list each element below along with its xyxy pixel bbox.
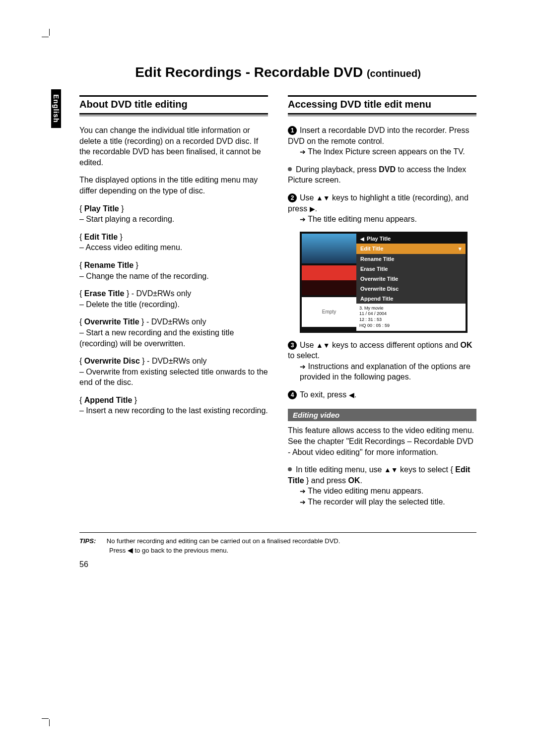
language-tab: English — [51, 89, 61, 128]
text: to go back to the previous menu. — [133, 547, 228, 554]
bullet-icon — [288, 467, 292, 471]
option-rename-title: { Rename Title } – Change the name of th… — [79, 260, 268, 281]
arrow-right-icon: ➔ — [300, 363, 306, 371]
menu-label: Edit Title — [360, 246, 383, 252]
arrow-right-icon: ➔ — [300, 215, 306, 223]
opt-desc: – Change the name of the recording. — [79, 272, 209, 280]
page-title: Edit Recordings - Recordable DVD (contin… — [79, 64, 476, 80]
text: to select. — [288, 351, 320, 360]
page-number: 56 — [79, 560, 476, 569]
chevron-down-icon: ▾ — [459, 246, 462, 252]
thumb-1 — [302, 234, 356, 263]
result: The video editing menu appears. — [308, 487, 423, 495]
opt-desc: – Start playing a recording. — [79, 215, 174, 223]
opt-label: Append Title — [84, 396, 133, 404]
opt-label: Play Title — [84, 204, 119, 213]
triangle-up-down-icon: ▲▼ — [384, 466, 398, 474]
step-1: 1Insert a recordable DVD into the record… — [288, 125, 476, 157]
opt-desc: – Start a new recording and the existing… — [79, 328, 234, 348]
bullet-icon — [288, 167, 292, 171]
opt-label: Overwrite Title — [84, 317, 139, 326]
tip-line-1: No further recording and editing can be … — [107, 537, 340, 545]
triangle-left-icon: ◀ — [349, 391, 354, 399]
step-3: 3Use ▲▼ keys to access different options… — [288, 340, 476, 382]
arrow-right-icon: ➔ — [300, 487, 306, 495]
tips-footer: TIPS: No further recording and editing c… — [79, 532, 476, 556]
subheading-editing-video: Editing video — [288, 409, 476, 421]
option-overwrite-title: { Overwrite Title } - DVD±RWs only – Sta… — [79, 316, 268, 349]
title-edit-menu-figure: Empty ◀ Play Title Edit Title▾ Rename Ti… — [300, 232, 468, 333]
triangle-left-icon: ◀ — [360, 236, 364, 242]
menu-row-overwrite-disc: Overwrite Disc — [356, 284, 466, 294]
meta-line: 3. My movie — [359, 306, 384, 311]
tips-label: TIPS: — [79, 537, 96, 545]
result: The recorder will play the selected titl… — [308, 498, 445, 506]
step-4: 4To exit, press ◀. — [288, 389, 476, 400]
step-2: 2Use ▲▼ keys to highlight a title (recor… — [288, 192, 476, 225]
step-number-2-icon: 2 — [288, 193, 297, 202]
step-result: The title editing menu appears. — [308, 215, 417, 223]
menu-row-append: Append Title — [356, 294, 466, 304]
menu-row-rename: Rename Title — [356, 254, 466, 264]
opt-suffix: - DVD±RWs only — [145, 357, 207, 365]
right-column: Accessing DVD title edit menu 1Insert a … — [288, 95, 476, 514]
opt-desc: – Insert a new recording to the last exi… — [79, 406, 268, 415]
option-append-title: { Append Title } – Insert a new recordin… — [79, 395, 268, 416]
text: During playback, press — [296, 165, 379, 174]
option-edit-title: { Edit Title } – Access video editing me… — [79, 232, 268, 253]
title-main: Edit Recordings - Recordable DVD — [135, 64, 363, 80]
opt-label: Rename Title — [84, 261, 134, 269]
opt-desc: – Delete the title (recording). — [79, 300, 180, 309]
text: . — [360, 476, 362, 485]
title-continued: (continued) — [367, 68, 421, 79]
triangle-up-down-icon: ▲▼ — [316, 341, 330, 349]
text: Use — [300, 341, 316, 349]
step-result: The Index Picture screen appears on the … — [308, 147, 465, 156]
text: keys to access different options and — [330, 341, 461, 349]
section-heading-about: About DVD title editing — [79, 99, 268, 110]
triangle-left-icon: ◀ — [128, 546, 133, 554]
step-number-1-icon: 1 — [288, 126, 297, 135]
bold: DVD — [379, 165, 396, 174]
thumb-2 — [302, 265, 356, 295]
menu-row-play: ◀ Play Title — [356, 234, 466, 244]
text: Use — [300, 193, 316, 202]
opt-suffix: - DVD±RWs only — [144, 317, 206, 326]
opt-label: Erase Title — [84, 289, 125, 298]
editing-video-bullet: In title editing menu, use ▲▼ keys to se… — [288, 464, 476, 507]
text: Press — [109, 547, 128, 554]
menu-label: Play Title — [367, 236, 391, 242]
bold: OK — [461, 341, 472, 349]
about-para-1: You can change the individual title info… — [79, 125, 268, 168]
step-number-4-icon: 4 — [288, 390, 297, 399]
left-column: About DVD title editing You can change t… — [79, 95, 268, 514]
menu-row-erase: Erase Title — [356, 264, 466, 274]
option-overwrite-disc: { Overwrite Disc } - DVD±RWs only – Over… — [79, 356, 268, 388]
text: } and press — [304, 476, 348, 485]
opt-label: Edit Title — [84, 233, 118, 241]
option-erase-title: { Erase Title } - DVD±RWs only – Delete … — [79, 288, 268, 310]
menu-row-overwrite-title: Overwrite Title — [356, 274, 466, 284]
thumb-empty: Empty — [302, 297, 356, 327]
triangle-up-down-icon: ▲▼ — [316, 194, 330, 202]
step-number-3-icon: 3 — [288, 341, 297, 350]
meta-line: 11 / 04 / 2004 — [359, 311, 387, 316]
arrow-right-icon: ➔ — [300, 498, 306, 506]
arrow-right-icon: ➔ — [300, 148, 306, 156]
bold: OK — [348, 476, 360, 485]
opt-desc: – Access video editing menu. — [79, 243, 182, 252]
editing-video-para: This feature allows access to the video … — [288, 425, 476, 457]
opt-suffix: - DVD±RWs only — [129, 289, 191, 298]
text: To exit, press — [300, 390, 349, 399]
tip-line-2: Press ◀ to go back to the previous menu. — [109, 547, 228, 554]
opt-desc: – Overwrite from existing selected title… — [79, 368, 268, 387]
opt-label: Overwrite Disc — [84, 357, 140, 365]
triangle-right-icon: ▶ — [310, 205, 315, 213]
section-heading-access: Accessing DVD title edit menu — [288, 99, 476, 110]
menu-row-edit-highlight: Edit Title▾ — [356, 244, 466, 254]
bullet-during-playback: During playback, press DVD to access the… — [288, 164, 476, 186]
menu-meta: 3. My movie 11 / 04 / 2004 12 : 31 : 53 … — [356, 304, 466, 331]
meta-line: 12 : 31 : 53 — [359, 317, 382, 322]
step-result: Instructions and explanation of the opti… — [300, 362, 470, 381]
meta-line: HQ 00 : 05 : 59 — [359, 323, 390, 328]
